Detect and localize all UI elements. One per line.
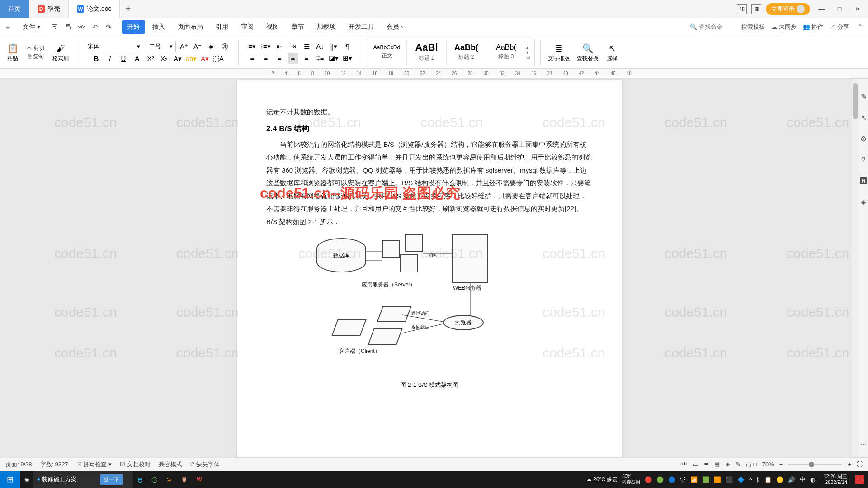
document-page[interactable]: 记录不计其数的数据。 2.4 B/S 结构 当前比较流行的网络化结构模式是 B/…: [237, 80, 622, 457]
sort-button[interactable]: A↓: [315, 41, 326, 52]
tray-icon-4[interactable]: 🛡: [680, 476, 686, 483]
fit-width-icon[interactable]: ⬚ □: [746, 461, 756, 468]
decrease-font-icon[interactable]: A⁻: [192, 41, 203, 52]
tray-icon-11[interactable]: ◐: [810, 476, 815, 483]
tray-icon-6[interactable]: 🟧: [714, 476, 721, 483]
tray-icon-8[interactable]: 🔷: [737, 476, 745, 483]
subscript-button[interactable]: X₂: [159, 53, 170, 64]
menu-review[interactable]: 审阅: [236, 20, 259, 34]
menu-file[interactable]: 文件 ▾: [17, 20, 46, 34]
login-button[interactable]: 立即登录: [766, 3, 810, 15]
style-normal[interactable]: AaBbCcDd 正文: [367, 39, 407, 66]
undo-icon[interactable]: ↶: [91, 23, 100, 32]
pen-icon[interactable]: ✎: [861, 92, 867, 101]
taskbar-search-input[interactable]: [42, 476, 100, 483]
status-spellcheck[interactable]: ☑ 拼写检查 ▾: [76, 460, 112, 469]
start-button[interactable]: ⊞: [0, 471, 20, 488]
style-heading1[interactable]: AaBl 标题 1: [407, 39, 447, 66]
tab-document[interactable]: W 论文.doc: [69, 0, 120, 18]
weather-widget[interactable]: ☁ 26°C 多云: [586, 476, 618, 483]
view-outline-icon[interactable]: ≣: [704, 461, 709, 468]
share-button[interactable]: ↗ 分享: [830, 23, 849, 31]
print-icon[interactable]: 🖶: [64, 23, 73, 32]
save-icon[interactable]: 🖫: [50, 23, 59, 32]
line-spacing-button[interactable]: ‡≡: [315, 53, 326, 64]
taskbar-ie-icon[interactable]: e: [133, 471, 147, 488]
menu-view[interactable]: 视图: [261, 20, 284, 34]
tray-icon-7[interactable]: ⬛: [726, 476, 733, 483]
status-compat[interactable]: 兼容模式: [159, 460, 182, 469]
eye-icon[interactable]: 👁: [682, 461, 688, 468]
tab-add-button[interactable]: +: [120, 4, 136, 14]
view-web-icon[interactable]: ▦: [714, 461, 720, 468]
menu-start[interactable]: 开始: [122, 20, 145, 34]
help-icon[interactable]: ?: [862, 156, 866, 164]
maximize-button[interactable]: □: [833, 3, 846, 15]
tray-icon-5[interactable]: 🟩: [702, 476, 709, 483]
zoom-in-button[interactable]: +: [848, 461, 851, 468]
taskbar-app1-icon[interactable]: ◯: [147, 471, 162, 488]
align-justify-button[interactable]: ≡: [288, 53, 298, 64]
scroll-thumb[interactable]: [853, 83, 858, 119]
paste-button[interactable]: 📋 粘贴: [5, 41, 21, 63]
zoom-out-button[interactable]: −: [779, 461, 783, 468]
command-search[interactable]: 🔍: [690, 23, 735, 30]
asian-layout-button[interactable]: ☰: [301, 41, 312, 52]
status-missing-font[interactable]: ⁉ 缺失字体: [190, 460, 220, 469]
volume-icon[interactable]: 🔊: [788, 476, 795, 483]
decrease-indent-button[interactable]: ⇤: [274, 41, 285, 52]
taskbar-copilot-icon[interactable]: ◉: [20, 471, 33, 488]
translate-icon[interactable]: 🅰: [860, 177, 867, 185]
style-scroll-up-icon[interactable]: ▴: [526, 45, 534, 50]
phonetic-icon[interactable]: ㊟: [219, 41, 230, 52]
memory-widget[interactable]: 80%内存占用: [622, 474, 640, 485]
tray-icon-10[interactable]: 🟡: [776, 476, 783, 483]
taskbar-search-button[interactable]: 搜一下: [100, 474, 123, 485]
tray-icon-3[interactable]: 🔵: [668, 476, 675, 483]
pointer-icon[interactable]: ↖: [861, 113, 867, 122]
align-center-button[interactable]: ≡: [260, 53, 271, 64]
increase-indent-button[interactable]: ⇥: [288, 41, 298, 52]
vertical-scrollbar[interactable]: [852, 79, 859, 457]
format-painter-button[interactable]: 🖌 格式刷: [51, 41, 71, 63]
minimize-button[interactable]: —: [815, 3, 828, 15]
align-left-button[interactable]: ≡: [247, 53, 258, 64]
strikethrough-button[interactable]: A̵: [132, 53, 142, 64]
text-layout-button[interactable]: ≣ 文字排版: [546, 41, 571, 63]
tray-icon-1[interactable]: 🔴: [645, 476, 652, 483]
menu-addons[interactable]: 加载项: [311, 20, 341, 34]
cut-button[interactable]: ✂ 剪切: [27, 44, 44, 52]
borders-button[interactable]: ⊞▾: [342, 53, 353, 64]
clear-format-icon[interactable]: ◈: [206, 41, 217, 52]
zoom-percent[interactable]: 70%: [762, 461, 774, 468]
underline-button[interactable]: U: [118, 53, 129, 64]
view-reading-icon[interactable]: ⊕: [725, 461, 730, 468]
menu-page-layout[interactable]: 页面布局: [172, 20, 208, 34]
bold-button[interactable]: B: [91, 53, 102, 64]
style-heading2[interactable]: AaBb( 标题 2: [447, 39, 486, 66]
font-size-select[interactable]: 二号▾: [146, 41, 176, 52]
bullets-button[interactable]: ≡▾: [247, 41, 258, 52]
wifi-icon[interactable]: 📶: [690, 476, 698, 483]
align-right-button[interactable]: ≡: [274, 53, 285, 64]
italic-button[interactable]: I: [104, 53, 115, 64]
numbering-button[interactable]: ⁝≡▾: [260, 41, 271, 52]
menu-dev-tools[interactable]: 开发工具: [343, 20, 379, 34]
show-marks-button[interactable]: ¶: [342, 41, 353, 52]
compass-icon[interactable]: ◈: [861, 197, 866, 206]
find-replace-button[interactable]: 🔍 查找替换: [575, 41, 600, 63]
taskbar-explorer-icon[interactable]: 🗂: [162, 471, 176, 488]
pages-icon[interactable]: 1▯: [737, 4, 747, 14]
annotate-icon[interactable]: ✎: [736, 461, 741, 468]
taskbar-clock[interactable]: 12:26 周三 2022/9/14: [820, 474, 851, 485]
highlight-button[interactable]: ab▾: [186, 53, 197, 64]
text-effects-button[interactable]: A▾: [172, 53, 183, 64]
sliders-icon[interactable]: ⚙: [860, 135, 867, 143]
menu-chevron-icon[interactable]: ⌃: [855, 23, 864, 32]
more-icon[interactable]: ⋯: [860, 440, 867, 448]
sync-status[interactable]: ☁ 未同步: [771, 23, 797, 31]
fullscreen-icon[interactable]: ⛶: [857, 461, 863, 468]
tab-home[interactable]: 首页: [0, 0, 29, 18]
char-border-button[interactable]: ⬚A: [213, 53, 224, 64]
increase-font-icon[interactable]: A⁺: [179, 41, 189, 52]
